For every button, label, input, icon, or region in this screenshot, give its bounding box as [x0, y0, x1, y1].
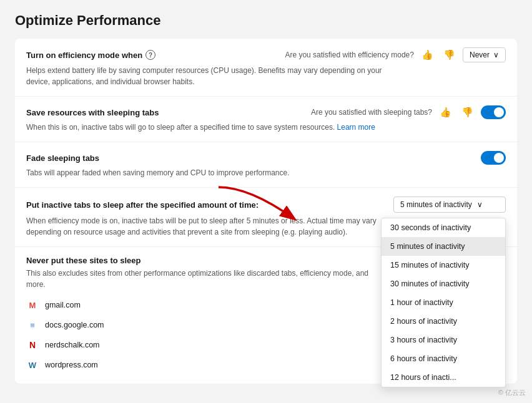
fade-tabs-title: Fade sleeping tabs [26, 153, 99, 163]
sleeping-tabs-header: Save resources with sleeping tabs Are yo… [26, 105, 506, 119]
sleeping-satisfaction-text: Are you satisfied with sleeping tabs? [311, 108, 432, 117]
efficiency-never-button[interactable]: Never ∨ [463, 47, 506, 62]
wp-favicon: W [26, 359, 39, 371]
dropdown-item-6[interactable]: 3 hours of inactivity [382, 331, 505, 349]
sleep-dropdown-chevron-icon: ∨ [477, 200, 483, 209]
put-to-sleep-header: Put inactive tabs to sleep after the spe… [26, 197, 506, 213]
sleeping-tabs-toggle[interactable] [481, 105, 506, 119]
efficiency-thumbup-button[interactable]: 👍 [419, 48, 436, 62]
efficiency-thumbdown-button[interactable]: 👎 [441, 48, 458, 62]
fade-tabs-toggle-thumb [494, 153, 504, 163]
sleeping-thumbdown-button[interactable]: 👎 [459, 105, 476, 119]
efficiency-mode-header: Turn on efficiency mode when ? Are you s… [26, 47, 506, 62]
docs-favicon: ≡ [26, 319, 39, 331]
watermark: © 亿云云 [498, 388, 526, 397]
never-sleep-desc: This also excludes sites from other perf… [26, 268, 388, 290]
dropdown-item-3[interactable]: 30 minutes of inactivity [382, 274, 505, 293]
sleeping-tabs-title: Save resources with sleeping tabs [26, 108, 159, 117]
put-to-sleep-controls: 5 minutes of inactivity ∨ [393, 197, 506, 213]
nerdschalk-site-name: nerdschalk.com [45, 341, 100, 349]
dropdown-item-1[interactable]: 5 minutes of inactivity [382, 237, 505, 256]
fade-tabs-header: Fade sleeping tabs [26, 151, 506, 165]
efficiency-mode-help-icon[interactable]: ? [145, 50, 155, 60]
fade-tabs-controls [481, 151, 506, 165]
sleeping-tabs-controls: Are you satisfied with sleeping tabs? 👍 … [311, 105, 506, 119]
sleep-time-dropdown[interactable]: 5 minutes of inactivity ∨ [393, 197, 506, 213]
learn-more-link[interactable]: Learn more [337, 123, 375, 132]
efficiency-mode-section: Turn on efficiency mode when ? Are you s… [15, 39, 517, 97]
efficiency-mode-desc: Helps extend battery life by saving comp… [26, 65, 388, 87]
dropdown-item-5[interactable]: 2 hours of inactivity [382, 312, 505, 331]
never-sleep-title: Never put these sites to sleep [26, 256, 141, 265]
docs-site-name: docs.google.com [45, 321, 104, 329]
fade-tabs-toggle[interactable] [481, 151, 506, 165]
put-to-sleep-title: Put inactive tabs to sleep after the spe… [26, 200, 259, 210]
wp-site-name: wordpress.com [45, 361, 98, 369]
nerdschalk-favicon: N [26, 339, 39, 351]
efficiency-satisfaction-text: Are you satisfied with efficiency mode? [285, 51, 414, 59]
sleeping-tabs-toggle-thumb [494, 107, 504, 117]
page-title: Optimize Performance [15, 12, 517, 29]
sleeping-tabs-desc: When this is on, inactive tabs will go t… [26, 122, 388, 133]
efficiency-mode-title: Turn on efficiency mode when [26, 51, 142, 60]
put-to-sleep-desc: When efficiency mode is on, inactive tab… [26, 215, 388, 238]
dropdown-item-4[interactable]: 1 hour of inactivity [382, 293, 505, 312]
sleep-dropdown-menu: 30 seconds of inactivity 5 minutes of in… [381, 218, 506, 387]
settings-card: Turn on efficiency mode when ? Are you s… [15, 39, 517, 384]
efficiency-mode-controls: Are you satisfied with efficiency mode? … [285, 47, 506, 62]
fade-tabs-section: Fade sleeping tabs Tabs will appear fade… [15, 142, 517, 188]
put-to-sleep-section: Put inactive tabs to sleep after the spe… [15, 188, 517, 247]
fade-tabs-toggle-track [481, 151, 506, 165]
sleeping-tabs-section: Save resources with sleeping tabs Are yo… [15, 97, 517, 142]
dropdown-item-8[interactable]: 12 hours of inacti... [382, 368, 505, 387]
gmail-site-name: gmail.com [45, 301, 81, 309]
sleeping-thumbup-button[interactable]: 👍 [437, 105, 454, 119]
fade-tabs-desc: Tabs will appear faded when saving memor… [26, 167, 388, 178]
dropdown-item-0[interactable]: 30 seconds of inactivity [382, 218, 505, 237]
gmail-favicon: M [26, 299, 39, 311]
dropdown-item-7[interactable]: 6 hours of inactivity [382, 349, 505, 368]
sleep-time-selected: 5 minutes of inactivity [400, 200, 472, 209]
efficiency-mode-title-row: Turn on efficiency mode when ? [26, 50, 155, 60]
never-label: Never [470, 51, 490, 59]
dropdown-item-2[interactable]: 15 minutes of inactivity [382, 256, 505, 274]
sleeping-tabs-toggle-track [481, 105, 506, 119]
never-chevron-icon: ∨ [493, 51, 499, 59]
